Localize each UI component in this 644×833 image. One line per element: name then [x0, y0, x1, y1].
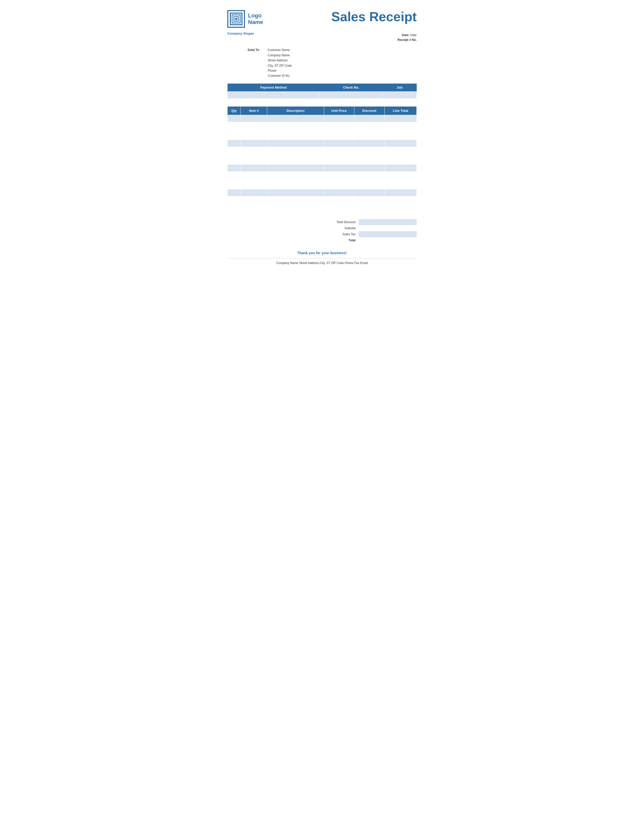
unit-price-cell: [324, 127, 354, 134]
subtotal-row: Subtotal: [331, 225, 417, 231]
total-discount-value2: [388, 219, 417, 225]
payment-table: Payment Method Check No. Job: [227, 84, 417, 99]
discount-cell: [354, 189, 385, 196]
customer-city: City, ST ZIP Code: [268, 63, 292, 68]
item-cell: [241, 177, 267, 184]
sales-tax-value: [359, 231, 417, 237]
table-row: [227, 177, 417, 184]
title-section: Sales Receipt: [331, 10, 417, 23]
discount-cell: [354, 140, 385, 147]
table-row: [227, 152, 417, 159]
totals-table: Total Discount Subtotal Sales Tax Total: [331, 219, 417, 243]
items-table: Qty Item # Description Unit Price Discou…: [227, 106, 417, 214]
job-cell: [383, 92, 417, 98]
line-total-cell: [385, 177, 417, 184]
item-cell: [241, 115, 267, 122]
unit-price-cell: [324, 201, 354, 209]
table-row: [227, 115, 417, 122]
total-discount-value: [359, 219, 388, 225]
total-discount-label: Total Discount: [331, 219, 359, 225]
item-header: Item #: [241, 106, 267, 115]
logo-text: Logo Name: [248, 12, 263, 26]
line-total-cell: [385, 140, 417, 147]
job-header: Job: [383, 84, 417, 92]
line-total-cell: [385, 152, 417, 159]
svg-rect-3: [235, 18, 237, 20]
line-total-cell: [385, 201, 417, 209]
sold-to-label: Sold To: [248, 47, 268, 78]
table-row: [227, 140, 417, 147]
item-cell: [241, 201, 267, 209]
total-value: [359, 237, 417, 243]
description-cell: [267, 177, 324, 184]
qty-cell: [227, 177, 241, 184]
item-cell: [241, 189, 267, 196]
customer-name: Customer Name: [268, 47, 292, 53]
unit-price-cell: [324, 152, 354, 159]
spacer-row: [227, 196, 417, 201]
sales-tax-label: Sales Tax: [331, 231, 359, 237]
customer-company: Company Name: [268, 53, 292, 58]
check-no-header: Check No.: [319, 84, 383, 92]
line-total-cell: [385, 115, 417, 122]
discount-cell: [354, 164, 385, 171]
check-no-cell: [319, 92, 383, 98]
table-row: [227, 127, 417, 134]
item-cell: [241, 140, 267, 147]
header: Logo Name Sales Receipt: [227, 10, 417, 28]
qty-cell: [227, 140, 241, 147]
spacer-row: [227, 209, 417, 214]
discount-cell: [354, 177, 385, 184]
company-slogan: Company Slogan: [227, 32, 254, 35]
description-cell: [267, 127, 324, 134]
subtotal-label: Subtotal: [331, 225, 359, 231]
qty-cell: [227, 152, 241, 159]
unit-price-cell: [324, 164, 354, 171]
discount-cell: [354, 127, 385, 134]
customer-info: Customer Name Company Name Street Addres…: [268, 47, 292, 78]
unit-price-cell: [324, 140, 354, 147]
discount-cell: [354, 201, 385, 209]
item-cell: [241, 127, 267, 134]
customer-id: Customer ID No.: [268, 73, 292, 78]
discount-header: Discount: [354, 106, 385, 115]
date-info: Date: Date Receipt # No.: [398, 33, 417, 42]
spacer-row: [227, 184, 417, 189]
table-row: [227, 164, 417, 171]
spacer-row: [227, 122, 417, 127]
spacer-row: [227, 147, 417, 152]
totals-section: Total Discount Subtotal Sales Tax Total: [227, 219, 417, 243]
logo-section: Logo Name: [227, 10, 263, 28]
customer-phone: Phone: [268, 68, 292, 73]
footer-info: Company Name Street Address,City, ST ZIP…: [227, 258, 417, 265]
line-total-cell: [385, 164, 417, 171]
description-cell: [267, 189, 324, 196]
description-cell: [267, 201, 324, 209]
sold-to-section: Sold To Customer Name Company Name Stree…: [227, 47, 417, 78]
qty-cell: [227, 201, 241, 209]
item-cell: [241, 152, 267, 159]
line-total-cell: [385, 189, 417, 196]
unit-price-header: Unit Price: [324, 106, 354, 115]
date-value: Date: [411, 33, 417, 37]
qty-cell: [227, 189, 241, 196]
payment-method-header: Payment Method: [227, 84, 320, 92]
qty-cell: [227, 115, 241, 122]
unit-price-cell: [324, 189, 354, 196]
discount-cell: [354, 152, 385, 159]
description-cell: [267, 140, 324, 147]
description-cell: [267, 115, 324, 122]
qty-header: Qty: [227, 106, 241, 115]
subtotal-value: [359, 225, 417, 231]
logo-line1: Logo: [248, 12, 263, 19]
total-row: Total: [331, 237, 417, 243]
unit-price-cell: [324, 115, 354, 122]
logo-icon: [227, 10, 245, 28]
description-cell: [267, 152, 324, 159]
receipt-number: Receipt # No.: [398, 38, 417, 42]
table-row: [227, 189, 417, 196]
line-total-header: Line Total: [385, 106, 417, 115]
total-discount-row: Total Discount: [331, 219, 417, 225]
sales-tax-row: Sales Tax: [331, 231, 417, 237]
payment-method-cell: [227, 92, 320, 98]
